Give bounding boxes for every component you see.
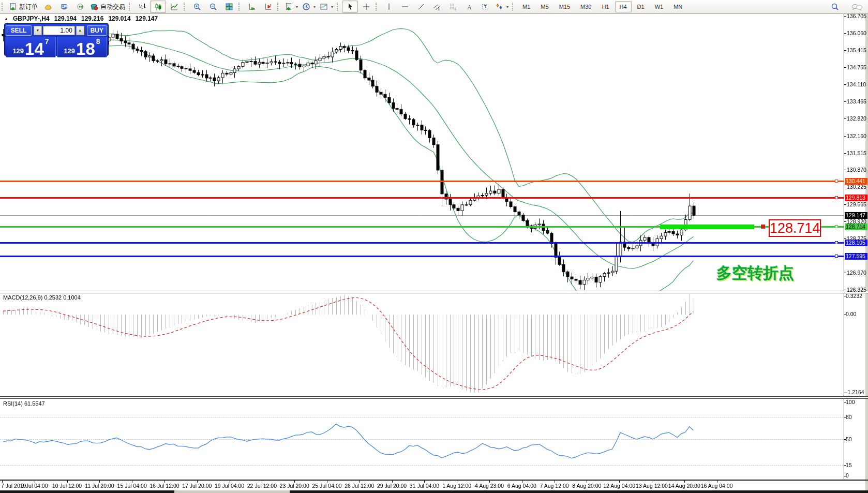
pane-separator[interactable] [0, 396, 868, 399]
chevron-down-icon[interactable]: ▾ [506, 5, 508, 9]
volume-decrease-button[interactable]: ▼ [34, 26, 42, 35]
signal-icon [76, 3, 84, 11]
arrows-button[interactable]: ▾ [493, 1, 511, 13]
price-close: 129.147 [136, 15, 158, 22]
timeframe-d1[interactable]: D1 [633, 1, 649, 12]
periods-button[interactable]: ▾ [300, 1, 318, 13]
chevron-down-icon[interactable]: ▾ [296, 5, 298, 9]
text-button[interactable]: A [461, 1, 477, 13]
trendline-icon [417, 3, 425, 11]
fibonacci-button[interactable]: F [445, 1, 461, 13]
vertical-line-button[interactable] [381, 1, 397, 13]
timeframe-mn[interactable]: MN [669, 1, 687, 12]
templates-button[interactable]: ▾ [318, 1, 335, 13]
new-order-icon [9, 3, 17, 11]
signal-button[interactable] [72, 1, 88, 13]
trendline-button[interactable] [413, 1, 429, 13]
symbol-header: ▲ GBPJPY-,H4 129.194 129.216 129.014 129… [4, 15, 158, 22]
time-axis-label: 16 Aug 04:00 [701, 483, 733, 489]
zoom-out-icon [209, 3, 217, 11]
timeframe-h1[interactable]: H1 [597, 1, 613, 12]
price-axis-tick: 131.515 [847, 150, 866, 156]
toolbar-right [827, 1, 865, 13]
chinese-annotation[interactable]: 多空转折点 [716, 263, 794, 284]
timeframe-w1[interactable]: W1 [650, 1, 668, 12]
time-axis-label: 14 Aug 20:00 [668, 483, 700, 489]
indicators-button[interactable]: ▾ [282, 1, 300, 13]
new-order-button[interactable]: 新订单 [7, 1, 40, 13]
buy-button[interactable]: BUY [87, 25, 107, 36]
zoom-in-button[interactable] [189, 1, 205, 13]
time-axis-label: 1 Aug 12:00 [442, 483, 471, 489]
horizontal-line-button[interactable] [397, 1, 413, 13]
line-chart-icon [170, 3, 178, 11]
price-axis-tick: 126.325 [847, 287, 866, 293]
time-axis-label: 12 Aug 04:00 [603, 483, 635, 489]
market-watch-button[interactable] [56, 1, 72, 13]
sell-button[interactable]: SELL [6, 25, 32, 36]
rsi-indicator-label: RSI(14) 61.5547 [3, 400, 45, 407]
cursor-icon [346, 3, 354, 11]
tile-windows-button[interactable] [221, 1, 237, 13]
chevron-down-icon[interactable]: ▾ [331, 5, 333, 9]
chart-shift-button[interactable] [260, 1, 276, 13]
timeframe-m5[interactable]: M5 [536, 1, 553, 12]
timeframe-h4[interactable]: H4 [615, 1, 632, 12]
zoom-in-icon [193, 3, 201, 11]
sell-price-box[interactable]: 129 14 7 [6, 37, 56, 57]
buy-price-sup: 8 [96, 38, 100, 45]
svg-text:E: E [438, 7, 441, 11]
time-axis-label: 15 Jul 04:00 [117, 483, 147, 489]
collapse-chart-icon[interactable]: ▲ [4, 17, 8, 21]
chat-icon [851, 3, 863, 11]
timeframe-m15[interactable]: M15 [555, 1, 575, 12]
scrollbar-thumb[interactable] [174, 490, 290, 493]
price-callout-box[interactable]: 128.714 [769, 219, 821, 237]
price-high: 129.216 [81, 15, 103, 22]
bar-chart-button[interactable] [134, 1, 150, 13]
price-axis-tick: 132.160 [847, 133, 866, 139]
indicators-icon [285, 3, 293, 11]
crosshair-button[interactable] [358, 1, 374, 13]
chart-canvas[interactable] [0, 0, 868, 493]
label-button[interactable]: T [477, 1, 493, 13]
fibonacci-icon: F [449, 3, 457, 11]
timeframe-m1[interactable]: M1 [518, 1, 535, 12]
pane-separator[interactable] [0, 291, 868, 293]
candle-chart-button[interactable] [150, 1, 166, 13]
volume-input[interactable] [43, 26, 75, 35]
timeframe-m30[interactable]: M30 [576, 1, 596, 12]
line-chart-button[interactable] [166, 1, 182, 13]
time-axis-label: 22 Jul 12:00 [247, 483, 277, 489]
auto-scroll-button[interactable] [244, 1, 260, 13]
buy-price-box[interactable]: 129 18 8 [57, 37, 107, 57]
price-axis-tick: 133.465 [847, 98, 866, 104]
equidistant-channel-button[interactable]: E [429, 1, 445, 13]
chart-shift-icon [264, 3, 272, 11]
search-button[interactable] [827, 1, 843, 13]
macd-axis-tick: 0.00 [846, 311, 856, 317]
toolbar: 新订单自动交易▾▾▾EFAT▾M1M5M15M30H1H4D1W1MN [0, 0, 868, 14]
search-icon [830, 3, 840, 12]
horizontal-scrollbar[interactable] [0, 490, 868, 493]
toolbar-grip [376, 3, 379, 11]
toolbar-grip [238, 3, 242, 11]
gold-button[interactable] [40, 1, 56, 13]
time-axis-label: 6 Aug 04:00 [507, 483, 536, 489]
macd-axis-tick: 0.3232 [846, 293, 862, 299]
toolbar-grip [512, 3, 516, 11]
autotrade-button[interactable]: 自动交易 [88, 1, 127, 13]
hline-price-label: 129.813 [845, 195, 867, 201]
price-axis-tick: 126.970 [847, 270, 866, 276]
volume-increase-button[interactable]: ▲ [76, 26, 84, 35]
templates-icon [320, 3, 328, 11]
sell-price-big: 14 [25, 42, 44, 56]
toolbar-grip [337, 3, 340, 11]
hline-price-label: 128.105 [845, 240, 867, 246]
zoom-out-button[interactable] [205, 1, 221, 13]
chevron-down-icon[interactable]: ▾ [313, 5, 316, 9]
rsi-axis-tick: 80 [846, 414, 852, 420]
cursor-button[interactable] [342, 1, 358, 13]
price-axis-tick: 136.060 [847, 30, 866, 36]
chat-button[interactable] [849, 1, 865, 13]
